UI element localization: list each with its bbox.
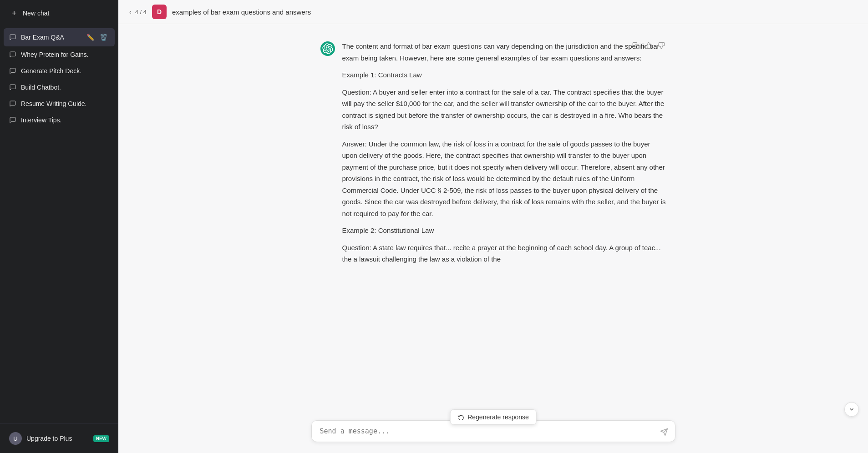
svg-rect-0 <box>635 45 639 49</box>
sidebar: + New chat Bar Exam Q&A ✏️ 🗑️ Whey Prote… <box>0 0 118 453</box>
plus-icon: + <box>10 9 18 17</box>
sidebar-item-label-resume: Resume Writing Guide. <box>21 100 109 107</box>
assistant-message: The content and format of bar exam quest… <box>320 33 666 272</box>
avatar-letter: D <box>157 8 162 15</box>
avatar-letter: U <box>13 435 17 442</box>
upgrade-button[interactable]: U Upgrade to Plus NEW <box>4 428 115 449</box>
prev-arrow-button[interactable]: ‹ <box>127 7 133 16</box>
message-para-4: Example 2: Constitutional Law <box>342 225 666 237</box>
send-button[interactable] <box>658 426 670 438</box>
sidebar-item-pitch-deck[interactable]: Generate Pitch Deck. <box>4 63 115 79</box>
send-icon <box>660 428 668 436</box>
chat-area: The content and format of bar exam quest… <box>118 24 868 415</box>
sidebar-item-interview[interactable]: Interview Tips. <box>4 112 115 128</box>
page-total: 4 <box>143 9 147 15</box>
chat-bubble-icon <box>9 51 16 58</box>
copy-icon <box>632 42 640 49</box>
gpt-avatar <box>320 41 335 56</box>
thumbs-down-button[interactable] <box>656 40 666 50</box>
chat-bubble-icon <box>9 116 16 124</box>
regenerate-label: Regenerate response <box>467 413 529 421</box>
sidebar-nav: Bar Exam Q&A ✏️ 🗑️ Whey Protein for Gain… <box>0 26 118 423</box>
sidebar-item-whey-protein[interactable]: Whey Protein for Gains. <box>4 46 115 63</box>
sidebar-top: + New chat <box>0 0 118 26</box>
message-para-2: Question: A buyer and seller enter into … <box>342 86 666 133</box>
user-avatar: D <box>152 5 167 19</box>
chat-bubble-icon <box>9 67 16 75</box>
sidebar-footer: U Upgrade to Plus NEW <box>0 423 118 453</box>
message-para-5: Question: A state law requires that... r… <box>342 242 666 265</box>
gpt-logo-icon <box>322 43 333 54</box>
sidebar-item-chatbot[interactable]: Build Chatbot. <box>4 79 115 96</box>
chat-bubble-icon <box>9 34 16 41</box>
thumbs-up-icon <box>645 42 652 49</box>
sidebar-item-label-bar-exam: Bar Exam Q&A <box>21 34 80 41</box>
message-para-1: Example 1: Contracts Law <box>342 69 666 81</box>
regenerate-icon <box>457 414 464 420</box>
page-current: 4 <box>135 9 138 15</box>
main-header: ‹ 4 / 4 D examples of bar exam questions… <box>118 0 868 24</box>
message-para-3: Answer: Under the common law, the risk o… <box>342 138 666 220</box>
nav-arrows: ‹ 4 / 4 <box>127 7 147 16</box>
sidebar-item-resume[interactable]: Resume Writing Guide. <box>4 96 115 112</box>
page-indicator: 4 / 4 <box>135 9 147 15</box>
sidebar-item-label-chatbot: Build Chatbot. <box>21 84 109 91</box>
message-para-0: The content and format of bar exam quest… <box>342 40 666 64</box>
upgrade-label: Upgrade to Plus <box>26 435 72 442</box>
bar-exam-actions: ✏️ 🗑️ <box>85 33 109 42</box>
thumbs-down-icon <box>658 42 665 49</box>
delete-button[interactable]: 🗑️ <box>98 33 109 42</box>
new-chat-button[interactable]: + New chat <box>4 4 115 23</box>
chat-title: examples of bar exam questions and answe… <box>172 8 311 16</box>
thumbs-up-button[interactable] <box>644 40 654 50</box>
edit-button[interactable]: ✏️ <box>85 33 96 42</box>
input-area: Regenerate response <box>118 415 868 453</box>
message-container: The content and format of bar exam quest… <box>311 33 675 272</box>
main-content: ‹ 4 / 4 D examples of bar exam questions… <box>118 0 868 453</box>
avatar: U <box>9 432 22 445</box>
message-content: The content and format of bar exam quest… <box>342 40 666 265</box>
sidebar-item-label-interview: Interview Tips. <box>21 116 109 124</box>
new-chat-label: New chat <box>23 10 49 17</box>
regenerate-popup[interactable]: Regenerate response <box>450 409 537 425</box>
copy-button[interactable] <box>631 40 641 50</box>
sidebar-item-label-whey: Whey Protein for Gains. <box>21 51 109 58</box>
chat-bubble-icon <box>9 100 16 107</box>
new-badge: NEW <box>93 435 109 442</box>
sidebar-item-label-pitch: Generate Pitch Deck. <box>21 67 109 75</box>
input-wrapper: Regenerate response <box>311 420 675 444</box>
message-actions <box>631 40 666 50</box>
chat-bubble-icon <box>9 84 16 91</box>
sidebar-item-bar-exam[interactable]: Bar Exam Q&A ✏️ 🗑️ <box>4 28 115 46</box>
scroll-down-button[interactable] <box>844 402 859 417</box>
chevron-down-icon <box>848 406 855 413</box>
